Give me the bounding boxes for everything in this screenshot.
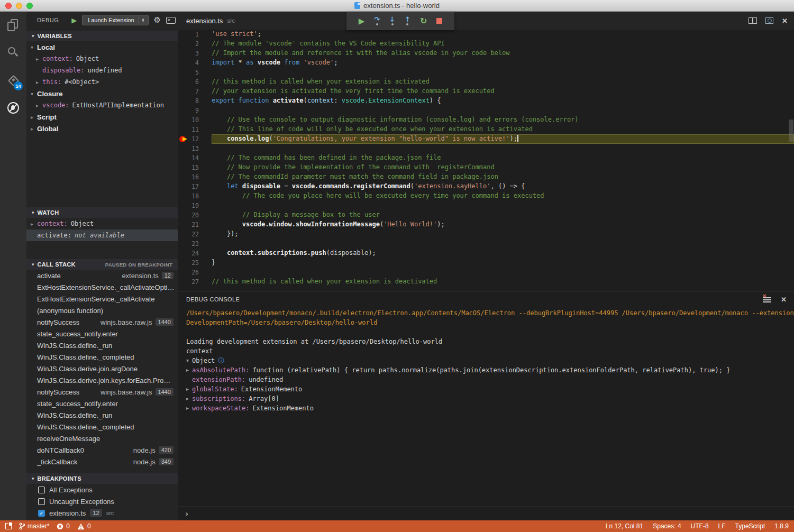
code-line[interactable]: 10 // Use the console to output diagnost… [178,115,794,125]
line-gutter[interactable]: 10 [178,115,212,125]
line-gutter[interactable]: 5 [178,68,212,77]
line-gutter[interactable]: 1 [178,30,212,39]
code-line[interactable]: 3// Import the module and reference it w… [178,49,794,58]
line-gutter[interactable]: 23 [178,239,212,249]
sidebar-item-search[interactable] [0,39,26,67]
line-gutter[interactable]: 21 [178,220,212,230]
line-gutter[interactable]: 13 [178,144,212,153]
code-line[interactable]: 12 console.log('Congratulations, your ex… [178,134,794,144]
code-line[interactable]: 4import * as vscode from 'vscode'; [178,58,794,68]
console-row[interactable]: extensionPath:undefined [186,375,794,384]
close-panel-icon[interactable]: ✕ [781,296,787,304]
chevron-right-icon[interactable]: ▸ [186,384,192,394]
restart-button[interactable]: ↻ [420,16,427,26]
line-gutter[interactable]: 14 [178,153,212,163]
split-editor-icon[interactable] [749,17,757,24]
stack-frame-row[interactable]: WinJS.Class.define._completed [26,421,178,433]
close-editor-icon[interactable]: ✕ [782,17,788,25]
line-gutter[interactable]: 8 [178,96,212,106]
code-line[interactable]: 2// The module 'vscode' contains the VS … [178,39,794,49]
code-line[interactable]: 6// this method is called when your exte… [178,77,794,87]
step-out-button[interactable]: ↑ [405,16,410,25]
stack-frame-row[interactable]: doNTCallback0node.js420 [26,444,178,456]
stack-frame-row[interactable]: receiveOneMessage [26,433,178,444]
open-repl-button[interactable]: > [166,17,176,24]
code-line[interactable]: 13 [178,144,794,153]
step-over-button[interactable]: ↷ [374,16,380,25]
line-gutter[interactable]: 2 [178,39,212,49]
chevron-right-icon[interactable]: ▸ [186,403,192,413]
breakpoint-checkbox[interactable] [38,498,45,505]
line-gutter[interactable]: 24 [178,249,212,258]
stack-frame-row[interactable]: WinJS.Class.define._run [26,340,178,351]
code-line[interactable]: 20 // Display a message box to the user [178,210,794,220]
chevron-right-icon[interactable]: ▸ [186,394,192,403]
eol-setting[interactable]: LF [718,522,726,530]
console-row[interactable]: ▸workspaceState:ExtensionMemento [186,403,794,413]
language-mode[interactable]: TypeScript [735,522,765,530]
breakpoint-row[interactable]: Uncaught Exceptions [26,496,178,507]
call-stack-section-header[interactable]: ▾ CALL STACK PAUSED ON BREAKPOINT [26,259,178,270]
code-line[interactable]: 19 [178,201,794,210]
line-gutter[interactable]: 18 [178,191,212,201]
line-gutter[interactable]: 7 [178,87,212,96]
stop-button[interactable] [436,18,442,24]
error-count[interactable]: 0 [57,522,70,530]
warning-count[interactable]: 0 [77,522,91,530]
sidebar-item-debug[interactable] [0,94,26,122]
indentation-setting[interactable]: Spaces: 4 [653,522,681,530]
code-line[interactable]: 26 [178,268,794,277]
code-line[interactable]: 9 [178,106,794,115]
breakpoint-checkbox[interactable]: ✓ [38,510,45,517]
cursor-position[interactable]: Ln 12, Col 81 [606,522,643,530]
code-line[interactable]: 27// this method is called when your ext… [178,277,794,287]
watch-row[interactable]: ▸context:Object [26,218,178,230]
line-gutter[interactable]: 25 [178,258,212,268]
scope-row[interactable]: ▸Global [26,123,178,134]
code-line[interactable]: 15 // Now provide the implementation of … [178,163,794,172]
encoding-setting[interactable]: UTF-8 [691,522,709,530]
code-line[interactable]: 18 // The code you place here will be ex… [178,191,794,201]
breakpoint-row[interactable]: ✓extension.ts12src [26,507,178,519]
start-debug-button[interactable]: ▶ [71,16,77,24]
watch-section-header[interactable]: ▾ WATCH [26,207,178,218]
stack-frame-row[interactable]: ExtHostExtensionService._callActivateOpt… [26,281,178,293]
line-gutter[interactable]: 15 [178,163,212,172]
stack-frame-row[interactable]: state_success_notify.enter [26,398,178,409]
stack-frame-row[interactable]: WinJS.Class.derive.join.keys.forEach.Pro… [26,374,178,386]
breakpoints-section-header[interactable]: ▾ BREAKPOINTS [26,473,178,484]
code-line[interactable]: 1'use strict'; [178,30,794,39]
editor-scrollbar[interactable] [789,120,793,142]
clear-console-icon[interactable] [763,296,771,302]
line-gutter[interactable]: 6 [178,77,212,87]
console-row[interactable]: ▸subscriptions:Array[0] [186,394,794,403]
code-line[interactable]: 25} [178,258,794,268]
variable-row[interactable]: disposable:undefined [26,65,178,76]
sidebar-item-git[interactable]: 14 [0,67,26,94]
feedback-button[interactable] [5,523,12,529]
line-gutter[interactable]: 22 [178,230,212,239]
line-gutter[interactable]: 9 [178,106,212,115]
git-branch-indicator[interactable]: master* [19,522,49,530]
configure-gear-button[interactable]: ⚙ [154,15,161,25]
code-line[interactable]: 16 // The commandId parameter must match… [178,172,794,182]
line-gutter[interactable]: 12 [178,134,212,144]
stack-frame-row[interactable]: activateextension.ts12 [26,270,178,281]
variables-section-header[interactable]: ▾ VARIABLES [26,31,178,41]
code-line[interactable]: 5 [178,68,794,77]
line-gutter[interactable]: 20 [178,210,212,220]
scope-row[interactable]: ▾Local [26,41,178,53]
line-gutter[interactable]: 3 [178,49,212,58]
code-line[interactable]: 23 [178,239,794,249]
code-line[interactable]: 24 context.subscriptions.push(disposable… [178,249,794,258]
variable-row[interactable]: ▸this:#<Object> [26,76,178,88]
console-input-row[interactable]: › [178,507,794,520]
breakpoint-checkbox[interactable] [38,487,45,493]
stack-frame-row[interactable]: _tickCallbacknode.js349 [26,456,178,467]
breakpoint-row[interactable]: All Exceptions [26,484,178,496]
code-line[interactable]: 8export function activate(context: vscod… [178,96,794,106]
line-gutter[interactable]: 11 [178,125,212,134]
code-editor[interactable]: 1'use strict';2// The module 'vscode' co… [178,30,794,291]
sidebar-item-explorer[interactable] [0,12,26,39]
stack-frame-row[interactable]: ExtHostExtensionService._callActivate [26,293,178,305]
